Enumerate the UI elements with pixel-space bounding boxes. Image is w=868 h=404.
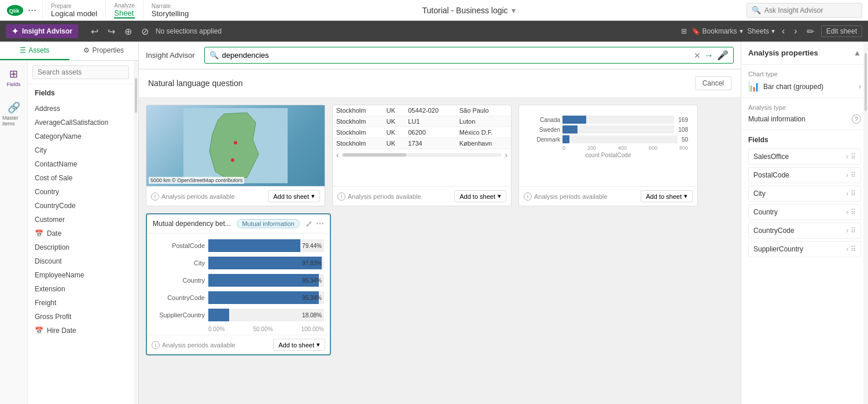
field-panel-postalcode[interactable]: PostalCode › ⠿ — [748, 167, 861, 183]
field-item-employeename[interactable]: EmployeeName — [28, 268, 134, 282]
field-panel-country[interactable]: Country › ⠿ — [748, 204, 861, 220]
next-sheet-button[interactable]: › — [792, 25, 799, 38]
scroll-right-button[interactable]: › — [505, 150, 507, 160]
sidebar-scroll — [134, 61, 138, 404]
ask-insight-advisor-box[interactable]: 🔍 — [746, 3, 862, 18]
pencil-button[interactable]: ✏ — [804, 25, 816, 38]
sidebar-nav-master-items[interactable]: 🔗 Master items — [0, 99, 27, 129]
suppliercountry-drag[interactable]: ⠿ — [851, 245, 856, 253]
country-chevron: › — [846, 208, 848, 216]
nlq-title: Natural language question — [148, 79, 242, 88]
table-add-to-sheet-button[interactable]: Add to sheet ▾ — [454, 190, 506, 202]
mutual-bar-country: Country 95.34% — [153, 274, 324, 287]
app-title-chevron[interactable]: ▾ — [512, 6, 516, 15]
country-label: Country — [35, 188, 59, 196]
field-item-categoryname[interactable]: CategoryName — [28, 129, 134, 143]
expand-button[interactable]: ⤢ — [306, 219, 312, 228]
insight-search-input[interactable] — [222, 51, 690, 60]
more-options-button[interactable]: ··· — [28, 4, 36, 16]
main-layout: ☰ Assets ⚙ Properties ⊞ Fields 🔗 Master … — [0, 42, 868, 404]
insight-search-box[interactable]: 🔍 ✕ → 🎤 — [204, 47, 734, 64]
field-panel-suppliercountry[interactable]: SupplierCountry › ⠿ — [748, 241, 861, 257]
field-item-address[interactable]: Address — [28, 102, 134, 116]
tab-properties[interactable]: ⚙ Properties — [69, 42, 139, 60]
employeename-label: EmployeeName — [35, 271, 84, 279]
assets-icon: ☰ — [20, 46, 26, 54]
bar-add-to-sheet-button[interactable]: Add to sheet ▾ — [641, 190, 693, 202]
country-drag[interactable]: ⠿ — [851, 208, 856, 216]
mutual-add-to-sheet-button[interactable]: Add to sheet ▾ — [273, 339, 325, 351]
mic-button[interactable]: 🎤 — [717, 50, 729, 61]
mutual-track-city: 97.83% — [208, 257, 324, 269]
cancel-button[interactable]: Cancel — [695, 76, 731, 90]
salesoffice-drag[interactable]: ⠿ — [851, 153, 856, 161]
tab-assets[interactable]: ☰ Assets — [0, 42, 69, 60]
analyze-section: Analyze Sheet — [105, 0, 143, 21]
field-item-freight[interactable]: Freight — [28, 296, 134, 310]
selections-lock-button[interactable]: ⊘ — [139, 25, 151, 38]
bar-chart-body: Canada 169 Sweden 108 — [519, 105, 697, 186]
scroll-left-button[interactable]: ‹ — [336, 150, 339, 160]
bar-chart-area: Canada 169 Sweden 108 — [524, 111, 693, 163]
smart-search-button[interactable]: ⊕ — [122, 25, 134, 38]
field-item-discount[interactable]: Discount — [28, 254, 134, 268]
clear-search-button[interactable]: ✕ — [694, 51, 701, 60]
field-item-grossprofit[interactable]: Gross Profit — [28, 310, 134, 324]
brand-label: Insight Advisor — [22, 27, 72, 35]
field-panel-salesoffice[interactable]: SalesOffice › ⠿ — [748, 149, 861, 165]
sheets-button[interactable]: Sheets ▾ — [748, 27, 775, 35]
collapse-panel-button[interactable]: ▲ — [854, 49, 861, 57]
field-item-countrycode[interactable]: CountryCode — [28, 199, 134, 213]
field-item-contactname[interactable]: ContactName — [28, 157, 134, 171]
table-row: StockholmUK05442-020São Paulo — [333, 105, 511, 116]
field-panel-countrycode[interactable]: CountryCode › ⠿ — [748, 223, 861, 239]
field-item-hiredate[interactable]: 📅 Hire Date — [28, 324, 134, 338]
description-label: Description — [35, 243, 69, 251]
chart-type-label: Chart type — [748, 71, 861, 77]
storytelling-value: Storytelling — [152, 9, 189, 18]
redo-button[interactable]: ↪ — [105, 25, 117, 38]
info-icon-mutual: i — [152, 341, 160, 349]
chart-type-chevron[interactable]: › — [859, 83, 861, 91]
sidebar-inner: Fields Address AverageCallSatisfaction C… — [28, 61, 134, 404]
toolbar-right: ⊞ 🔖 Bookmarks ▾ Sheets ▾ ‹ › ✏ Edit shee… — [681, 25, 862, 38]
ask-insight-input[interactable] — [764, 6, 857, 14]
field-item-city[interactable]: City — [28, 143, 134, 157]
field-item-averagecall[interactable]: AverageCallSatisfaction — [28, 116, 134, 129]
map-add-to-sheet-button[interactable]: Add to sheet ▾ — [268, 190, 320, 202]
analysis-panel-title: Analysis properties — [748, 49, 818, 57]
search-icon: 🔍 — [752, 6, 761, 14]
insight-advisor-bar: Insight Advisor 🔍 ✕ → 🎤 — [139, 42, 741, 69]
bookmarks-button[interactable]: 🔖 Bookmarks ▾ — [692, 27, 743, 35]
sidebar: ☰ Assets ⚙ Properties ⊞ Fields 🔗 Master … — [0, 42, 139, 404]
search-assets-input[interactable] — [32, 65, 129, 79]
city-drag[interactable]: ⠿ — [851, 190, 856, 198]
field-item-customer[interactable]: Customer — [28, 213, 134, 227]
edit-sheet-button[interactable]: Edit sheet — [821, 25, 862, 37]
more-options-mutual-button[interactable]: ⋯ — [316, 219, 324, 228]
field-item-extension[interactable]: Extension — [28, 282, 134, 296]
grid-view-button[interactable]: ⊞ — [681, 27, 687, 35]
analysis-panel-header: Analysis properties ▲ — [741, 42, 868, 65]
countrycode-drag[interactable]: ⠿ — [851, 227, 856, 235]
undo-button[interactable]: ↩ — [89, 25, 101, 38]
help-icon[interactable]: ? — [852, 114, 861, 124]
table-add-chevron: ▾ — [498, 192, 501, 200]
sidebar-nav-fields[interactable]: ⊞ Fields — [4, 65, 23, 90]
submit-search-button[interactable]: → — [704, 50, 713, 61]
field-panel-city[interactable]: City › ⠿ — [748, 186, 861, 202]
field-item-country[interactable]: Country — [28, 185, 134, 199]
mutual-title: Mutual dependency bet... — [153, 220, 231, 228]
field-item-description[interactable]: Description — [28, 240, 134, 254]
app-logo: Qlik ··· — [0, 4, 42, 17]
bar-fill-sweden — [562, 125, 578, 134]
field-item-costofsale[interactable]: Cost of Sale — [28, 171, 134, 185]
prev-sheet-button[interactable]: ‹ — [779, 25, 787, 38]
mutual-card-footer: i Analysis periods available Add to shee… — [147, 335, 330, 354]
field-item-date[interactable]: 📅 Date — [28, 227, 134, 240]
bar-chart-xlabel: count PostalCode — [528, 152, 688, 158]
salesoffice-chevron: › — [846, 153, 848, 161]
data-table: StockholmUK05442-020São Paulo StockholmU… — [333, 105, 511, 149]
postalcode-drag[interactable]: ⠿ — [851, 171, 856, 179]
mutual-bar-postalcode: PostalCode 79.44% — [153, 239, 324, 252]
